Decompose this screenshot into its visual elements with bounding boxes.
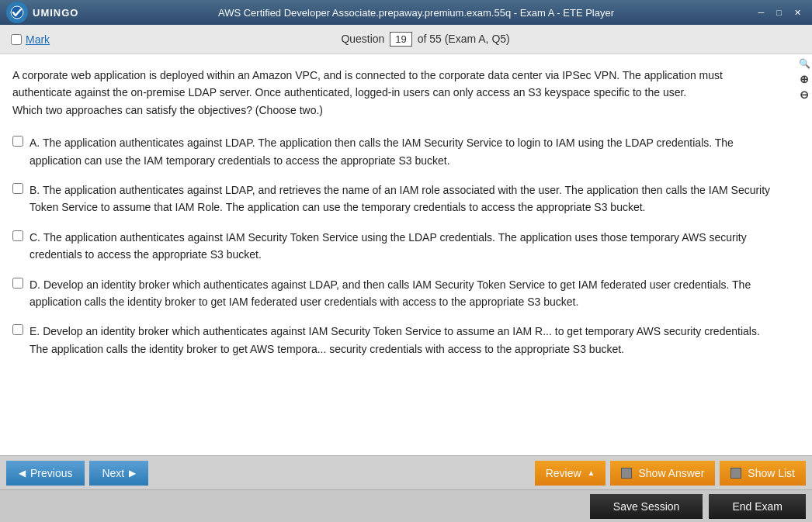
zoom-in-icon[interactable]: ⊕ [798, 73, 810, 85]
maximize-button[interactable]: □ [772, 6, 786, 19]
previous-button[interactable]: ◀ Previous [6, 461, 85, 486]
zoom-search-icon[interactable]: 🔍 [798, 57, 810, 70]
end-exam-label: End Exam [732, 500, 783, 513]
next-button[interactable]: Next ▶ [89, 461, 148, 486]
review-label: Review [546, 467, 581, 479]
main-content: A corporate web application is deployed … [0, 54, 812, 455]
logo-text: UMINGO [33, 7, 78, 19]
show-list-checkbox-icon [730, 468, 741, 479]
review-button[interactable]: Review ▲ [535, 461, 606, 486]
option-b: B. The application authenticates against… [12, 181, 773, 216]
header-bar: Mark Question 19 of 55 (Exam A, Q5) [0, 25, 812, 54]
option-a-checkbox[interactable] [12, 136, 23, 147]
next-label: Next [102, 467, 124, 479]
option-d-text: D. Develop an identity broker which auth… [29, 276, 773, 311]
scrollbar-area: 🔍 ⊕ ⊖ [796, 54, 812, 455]
option-b-checkbox[interactable] [12, 183, 23, 194]
save-session-button[interactable]: Save Session [590, 494, 703, 519]
review-dropdown-icon: ▲ [588, 468, 595, 477]
option-a-text: A. The application authenticates against… [29, 134, 773, 169]
option-c: C. The application authenticates against… [12, 229, 773, 264]
end-exam-button[interactable]: End Exam [709, 494, 806, 519]
zoom-out-icon[interactable]: ⊖ [798, 88, 810, 101]
logo-area: UMINGO [6, 2, 78, 23]
mark-label[interactable]: Mark [11, 33, 50, 46]
option-e: E. Develop an identity broker which auth… [12, 323, 773, 358]
window-controls[interactable]: ─ □ ✕ [754, 6, 806, 19]
footer-bar: Save Session End Exam [0, 489, 812, 522]
show-answer-button[interactable]: Show Answer [610, 461, 715, 486]
option-c-checkbox[interactable] [12, 230, 23, 241]
question-area: A corporate web application is deployed … [0, 54, 796, 455]
window-title: AWS Certified Developer Associate.prepaw… [78, 7, 753, 19]
option-e-text: E. Develop an identity broker which auth… [29, 323, 773, 358]
question-info: Question 19 of 55 (Exam A, Q5) [50, 32, 801, 47]
previous-arrow-icon: ◀ [19, 468, 26, 479]
option-d-checkbox[interactable] [12, 278, 23, 289]
question-total: of 55 (Exam A, Q5) [418, 33, 510, 45]
show-answer-checkbox-icon [621, 468, 632, 479]
question-label: Question [341, 33, 384, 45]
option-c-text: C. The application authenticates against… [29, 229, 773, 264]
bottom-toolbar: ◀ Previous Next ▶ Review ▲ Show Answer S… [0, 455, 812, 489]
close-button[interactable]: ✕ [789, 6, 806, 19]
next-arrow-icon: ▶ [129, 468, 136, 479]
minimize-button[interactable]: ─ [754, 6, 769, 19]
option-b-text: B. The application authenticates against… [29, 181, 773, 216]
previous-label: Previous [30, 467, 72, 479]
mark-text: Mark [26, 33, 50, 46]
title-bar: UMINGO AWS Certified Developer Associate… [0, 0, 812, 25]
mark-checkbox[interactable] [11, 34, 22, 45]
show-list-label: Show List [748, 467, 795, 479]
show-list-button[interactable]: Show List [720, 461, 806, 486]
question-number-badge: 19 [390, 32, 411, 47]
option-a: A. The application authenticates against… [12, 134, 773, 169]
option-e-checkbox[interactable] [12, 324, 23, 335]
question-text: A corporate web application is deployed … [12, 67, 773, 119]
show-answer-label: Show Answer [638, 467, 704, 479]
option-d: D. Develop an identity broker which auth… [12, 276, 773, 311]
save-session-label: Save Session [613, 500, 680, 513]
logo-icon [6, 2, 28, 23]
